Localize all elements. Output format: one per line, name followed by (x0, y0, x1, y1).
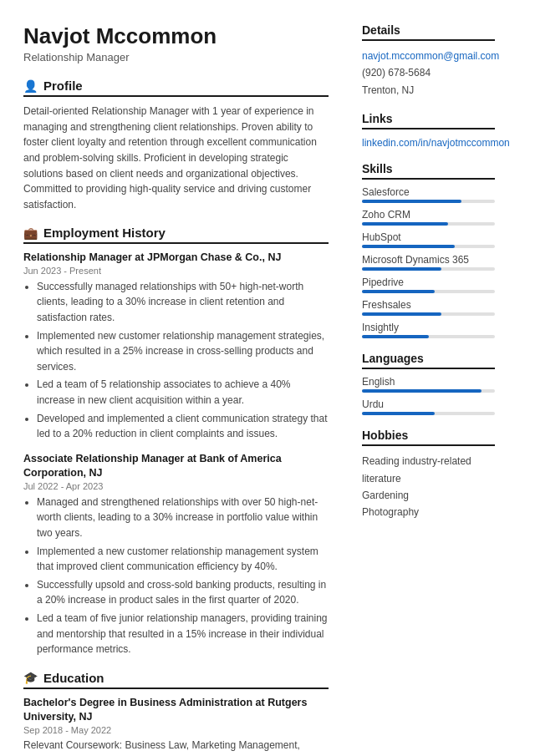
skills-title: Skills (362, 162, 495, 180)
skill-bar-bg (362, 290, 495, 293)
skill-bar-bg (362, 335, 495, 338)
bullet: Managed and strengthened relationships w… (37, 495, 329, 541)
lang-bar-bg (362, 389, 495, 393)
skill-label: HubSpot (362, 231, 495, 243)
skill-item-hubspot: HubSpot (362, 231, 495, 248)
lang-item-urdu: Urdu (362, 398, 495, 415)
skill-bar-fill (362, 290, 435, 293)
candidate-title: Relationship Manager (23, 51, 329, 63)
profile-title: 👤 Profile (23, 79, 329, 97)
edu-dates-1: Sep 2018 - May 2022 (23, 725, 329, 735)
employment-title: 💼 Employment History (23, 226, 329, 244)
languages-title: Languages (362, 352, 495, 369)
links-section: Links linkedin.com/in/navjotmccommon (362, 112, 495, 149)
lang-item-english: English (362, 376, 495, 393)
emp-title-1: Relationship Manager at JPMorgan Chase &… (23, 251, 329, 266)
skill-bar-bg (362, 267, 495, 271)
edu-text-1: Relevant Coursework: Business Law, Marke… (23, 738, 329, 756)
skill-bar-fill (362, 312, 441, 316)
bullet: Implemented new customer relationship ma… (37, 328, 329, 375)
profile-icon: 👤 (23, 79, 38, 93)
languages-section: Languages English Urdu (362, 352, 495, 415)
hobby-item-1: Reading industry-related literature (362, 453, 495, 487)
edu-title-1: Bachelor's Degree in Business Administra… (23, 696, 329, 725)
links-title: Links (362, 112, 495, 129)
candidate-name: Navjot Mccommon (23, 23, 329, 49)
lang-bar-fill (362, 389, 482, 393)
skill-bar-fill (362, 335, 429, 338)
email-link[interactable]: navjot.mccommon@gmail.com (362, 50, 499, 62)
left-column: Navjot Mccommon Relationship Manager 👤 P… (0, 0, 347, 756)
right-column: Details navjot.mccommon@gmail.com (920) … (347, 0, 510, 756)
skill-bar-bg (362, 200, 495, 203)
details-section: Details navjot.mccommon@gmail.com (920) … (362, 23, 495, 99)
lang-label: Urdu (362, 398, 495, 410)
emp-dates-2: Jul 2022 - Apr 2023 (23, 481, 329, 491)
hobbies-section: Hobbies Reading industry-related literat… (362, 429, 495, 521)
skill-bar-fill (362, 267, 441, 271)
skill-item-zoho: Zoho CRM (362, 209, 495, 226)
bullet: Led a team of 5 relationship associates … (37, 377, 329, 408)
emp-entry-2: Associate Relationship Manager at Bank o… (23, 452, 329, 657)
skill-bar-fill (362, 200, 461, 203)
skill-label: Insightly (362, 322, 495, 333)
education-icon: 🎓 (23, 671, 38, 684)
details-title: Details (362, 23, 495, 41)
skill-bar-fill (362, 222, 448, 226)
bullet: Implemented a new customer relationship … (37, 544, 329, 575)
skill-label: Freshsales (362, 299, 495, 311)
phone-text: (920) 678-5684 (362, 67, 431, 79)
skill-bar-bg (362, 222, 495, 226)
profile-section: 👤 Profile Detail-oriented Relationship M… (23, 79, 329, 212)
details-content: navjot.mccommon@gmail.com (920) 678-5684… (362, 48, 495, 99)
hobby-item-3: Photography (362, 504, 495, 520)
skill-item-insightly: Insightly (362, 322, 495, 338)
resume-page: Navjot Mccommon Relationship Manager 👤 P… (0, 0, 535, 756)
skills-section: Skills Salesforce Zoho CRM HubSpot Micro… (362, 162, 495, 338)
employment-icon: 💼 (23, 226, 38, 240)
employment-section: 💼 Employment History Relationship Manage… (23, 226, 329, 657)
bullet: Led a team of five junior relationship m… (37, 611, 329, 657)
skill-item-msdynamics: Microsoft Dynamics 365 (362, 254, 495, 271)
skill-bar-fill (362, 245, 455, 248)
skill-label: Zoho CRM (362, 209, 495, 221)
skill-item-salesforce: Salesforce (362, 186, 495, 203)
bullet: Successfully managed relationships with … (37, 279, 329, 326)
edu-entry-1: Bachelor's Degree in Business Administra… (23, 696, 329, 756)
skill-item-freshsales: Freshsales (362, 299, 495, 316)
skill-label: Pipedrive (362, 277, 495, 288)
emp-bullets-2: Managed and strengthened relationships w… (23, 495, 329, 657)
hobbies-content: Reading industry-related literature Gard… (362, 453, 495, 521)
emp-title-2: Associate Relationship Manager at Bank o… (23, 452, 329, 481)
skill-bar-bg (362, 245, 495, 248)
skill-label: Salesforce (362, 186, 495, 198)
emp-bullets-1: Successfully managed relationships with … (23, 279, 329, 442)
emp-entry-1: Relationship Manager at JPMorgan Chase &… (23, 251, 329, 441)
skill-bar-bg (362, 312, 495, 316)
skill-item-pipedrive: Pipedrive (362, 277, 495, 293)
profile-text: Detail-oriented Relationship Manager wit… (23, 104, 329, 212)
linkedin-link[interactable]: linkedin.com/in/navjotmccommon (362, 137, 510, 149)
bullet: Successfully upsold and cross-sold banki… (37, 577, 329, 608)
location-text: Trenton, NJ (362, 84, 414, 96)
hobbies-title: Hobbies (362, 429, 495, 446)
education-title: 🎓 Education (23, 671, 329, 689)
skill-label: Microsoft Dynamics 365 (362, 254, 495, 266)
emp-dates-1: Jun 2023 - Present (23, 266, 329, 276)
lang-label: English (362, 376, 495, 388)
education-section: 🎓 Education Bachelor's Degree in Busines… (23, 671, 329, 756)
lang-bar-bg (362, 412, 495, 415)
hobby-item-2: Gardening (362, 487, 495, 504)
lang-bar-fill (362, 412, 435, 415)
bullet: Developed and implemented a client commu… (37, 411, 329, 442)
header-section: Navjot Mccommon Relationship Manager (23, 23, 329, 63)
